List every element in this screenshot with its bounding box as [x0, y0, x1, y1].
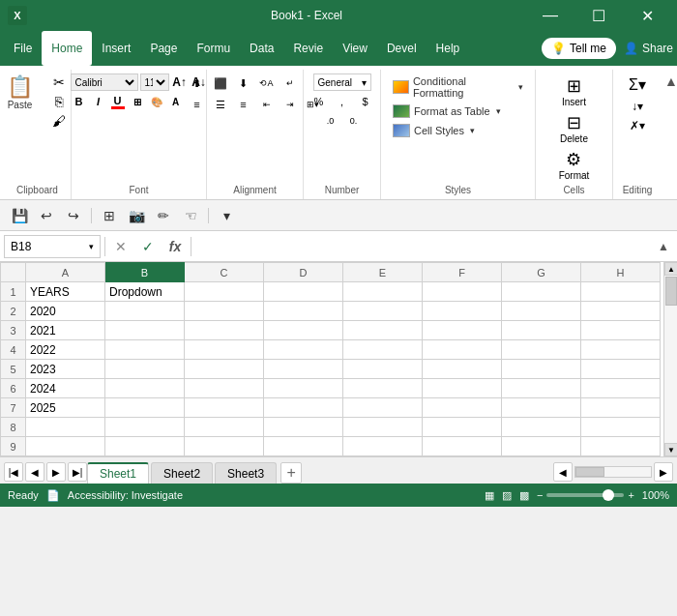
scroll-track-y[interactable] — [664, 276, 677, 443]
col-header-b[interactable]: B — [105, 263, 185, 282]
undo-button[interactable]: ↩ — [35, 204, 58, 227]
scroll-left-button[interactable]: ◀ — [553, 462, 573, 482]
cell-B5[interactable] — [105, 360, 185, 379]
menu-item-developer[interactable]: Devel — [377, 31, 427, 66]
percent-button[interactable]: % — [309, 93, 330, 110]
formula-input[interactable] — [195, 240, 650, 253]
delete-cells-button[interactable]: ⊟ Delete — [554, 110, 594, 146]
maximize-button[interactable]: ☐ — [576, 0, 621, 31]
menu-item-help[interactable]: Help — [427, 31, 470, 66]
cell-H2[interactable] — [581, 302, 661, 321]
cell-F6[interactable] — [423, 379, 502, 398]
menu-item-file[interactable]: File — [4, 31, 42, 66]
conditional-formatting-button[interactable]: Conditional Formatting ▾ — [389, 73, 527, 101]
cell-G6[interactable] — [502, 379, 581, 398]
menu-item-insert[interactable]: Insert — [92, 31, 140, 66]
cell-G1[interactable] — [502, 282, 581, 302]
cell-E1[interactable] — [343, 282, 423, 302]
cell-E8[interactable] — [343, 418, 423, 437]
cell-A3[interactable]: 2021 — [26, 321, 105, 340]
cell-F5[interactable] — [423, 360, 502, 379]
row-header-1[interactable]: 1 — [1, 282, 26, 302]
cell-C7[interactable] — [185, 398, 264, 418]
cell-E9[interactable] — [343, 437, 423, 456]
cell-A1[interactable]: YEARS — [26, 282, 105, 302]
tell-me-input[interactable]: 💡 Tell me — [542, 38, 616, 59]
bold-button[interactable]: B — [71, 93, 88, 110]
col-header-a[interactable]: A — [26, 263, 105, 282]
cell-E3[interactable] — [343, 321, 423, 340]
cell-C9[interactable] — [185, 437, 264, 456]
border-button[interactable]: ⊞ — [129, 93, 146, 110]
align-middle-button[interactable]: ⬛ — [210, 73, 231, 93]
row-header-9[interactable]: 9 — [1, 437, 26, 456]
cell-B6[interactable] — [105, 379, 185, 398]
cell-E7[interactable] — [343, 398, 423, 418]
cell-G2[interactable] — [502, 302, 581, 321]
cell-A4[interactable]: 2022 — [26, 340, 105, 360]
insert-cells-button[interactable]: ⊞ Insert — [554, 73, 593, 109]
touch-mode-button[interactable]: ☜ — [179, 204, 202, 227]
menu-item-view[interactable]: View — [333, 31, 377, 66]
font-color-button[interactable]: A — [167, 93, 185, 110]
italic-button[interactable]: I — [90, 93, 107, 110]
horizontal-scroll-thumb[interactable] — [575, 467, 604, 477]
row-header-8[interactable]: 8 — [1, 418, 26, 437]
decrease-indent-button[interactable]: ⇤ — [256, 95, 278, 114]
cell-D5[interactable] — [264, 360, 343, 379]
underline-button[interactable]: U — [109, 93, 127, 110]
cell-C2[interactable] — [185, 302, 264, 321]
cell-D7[interactable] — [264, 398, 343, 418]
col-header-e[interactable]: E — [343, 263, 423, 282]
cell-F7[interactable] — [423, 398, 502, 418]
cell-B9[interactable] — [105, 437, 185, 456]
cell-F4[interactable] — [423, 340, 502, 360]
sheet-tab-sheet2[interactable]: Sheet2 — [151, 462, 213, 484]
add-sheet-button[interactable]: + — [280, 462, 302, 484]
row-header-5[interactable]: 5 — [1, 360, 26, 379]
sheet-tab-sheet1[interactable]: Sheet1 — [87, 462, 149, 484]
cell-G9[interactable] — [502, 437, 581, 456]
formula-confirm-button[interactable]: ✓ — [136, 235, 160, 258]
redo-button[interactable]: ↪ — [62, 204, 85, 227]
cell-E4[interactable] — [343, 340, 423, 360]
zoom-thumb[interactable] — [603, 489, 614, 501]
font-size-select[interactable]: 11 — [140, 73, 169, 91]
fill-color-button[interactable]: 🎨 — [148, 93, 165, 110]
clear-button[interactable]: ✗▾ — [622, 117, 653, 134]
cell-B3[interactable] — [105, 321, 185, 340]
format-painter-button[interactable]: 🖌 — [44, 112, 74, 130]
close-button[interactable]: ✕ — [625, 0, 669, 31]
sheet-tab-sheet3[interactable]: Sheet3 — [215, 462, 277, 484]
align-left-button[interactable]: ≡ — [187, 95, 208, 114]
cell-H9[interactable] — [581, 437, 661, 456]
cell-B7[interactable] — [105, 398, 185, 418]
cell-E2[interactable] — [343, 302, 423, 321]
cell-D6[interactable] — [264, 379, 343, 398]
menu-item-data[interactable]: Data — [240, 31, 283, 66]
cell-H3[interactable] — [581, 321, 661, 340]
minimize-button[interactable]: — — [528, 0, 573, 31]
align-center-button[interactable]: ☰ — [210, 95, 231, 114]
cell-H1[interactable] — [581, 282, 661, 302]
cell-B4[interactable] — [105, 340, 185, 360]
cell-A7[interactable]: 2025 — [26, 398, 105, 418]
wrap-text-button[interactable]: ↵ — [280, 73, 301, 93]
format-cells-button[interactable]: ⚙ Format — [553, 147, 596, 183]
row-header-7[interactable]: 7 — [1, 398, 26, 418]
cell-A9[interactable] — [26, 437, 105, 456]
cell-E6[interactable] — [343, 379, 423, 398]
paste-button[interactable]: 📋 Paste — [1, 73, 40, 113]
cell-F2[interactable] — [423, 302, 502, 321]
formula-expand-button[interactable]: ▲ — [654, 240, 673, 253]
scroll-right-button[interactable]: ▶ — [654, 462, 673, 482]
increase-indent-button[interactable]: ⇥ — [280, 95, 301, 114]
cell-styles-button[interactable]: Cell Styles ▾ — [389, 122, 527, 139]
cell-H4[interactable] — [581, 340, 661, 360]
scroll-down-button[interactable]: ▼ — [664, 443, 677, 456]
cell-C3[interactable] — [185, 321, 264, 340]
row-header-4[interactable]: 4 — [1, 340, 26, 360]
row-header-2[interactable]: 2 — [1, 302, 26, 321]
page-layout-icon[interactable]: ▨ — [502, 489, 512, 502]
customize-qa-button[interactable]: ⊞ — [98, 204, 121, 227]
